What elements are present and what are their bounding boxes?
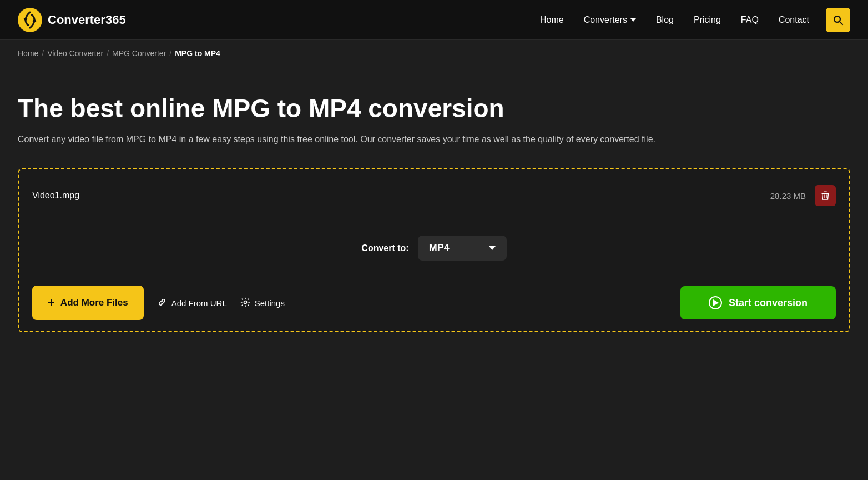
nav-contact[interactable]: Contact (771, 11, 817, 29)
file-size: 28.23 MB (770, 191, 806, 201)
add-from-url-button[interactable]: Add From URL (157, 293, 227, 313)
page-title: The best online MPG to MP4 conversion (18, 94, 850, 123)
file-name: Video1.mpg (32, 191, 79, 201)
start-conversion-label: Start conversion (729, 297, 808, 309)
trash-icon (820, 191, 830, 201)
bottom-bar: + Add More Files Add From URL (19, 274, 849, 331)
breadcrumb-current: MPG to MP4 (175, 49, 220, 58)
settings-button[interactable]: Settings (240, 293, 285, 313)
breadcrumb-mpg-converter[interactable]: MPG Converter (112, 49, 166, 58)
format-value: MP4 (429, 242, 450, 254)
nav-blog[interactable]: Blog (648, 11, 682, 29)
nav-faq[interactable]: FAQ (733, 11, 766, 29)
gear-icon (240, 297, 250, 309)
settings-label: Settings (255, 298, 285, 308)
format-select[interactable]: MP4 (418, 236, 507, 261)
logo-text: Converter365 (48, 13, 126, 27)
start-conversion-button[interactable]: Start conversion (680, 286, 836, 319)
add-more-label: Add More Files (60, 297, 128, 308)
nav-home[interactable]: Home (532, 11, 572, 29)
breadcrumb-sep-3: / (169, 49, 171, 58)
add-more-files-button[interactable]: + Add More Files (32, 286, 144, 320)
search-button[interactable] (826, 8, 850, 32)
file-list: Video1.mpg 28.23 MB (19, 169, 849, 222)
format-chevron-down-icon (489, 246, 496, 250)
svg-point-7 (244, 301, 246, 303)
convert-to-label: Convert to: (361, 243, 408, 253)
table-row: Video1.mpg 28.23 MB (32, 181, 836, 211)
breadcrumb: Home / Video Converter / MPG Converter /… (0, 40, 868, 67)
svg-line-2 (840, 21, 843, 24)
play-icon (709, 296, 722, 309)
link-icon (157, 297, 167, 309)
logo[interactable]: Converter365 (18, 8, 126, 32)
breadcrumb-video-converter[interactable]: Video Converter (47, 49, 103, 58)
nav-pricing[interactable]: Pricing (686, 11, 729, 29)
file-drop-zone: Video1.mpg 28.23 MB (18, 168, 850, 332)
plus-icon: + (48, 296, 55, 310)
search-icon (832, 14, 844, 26)
file-right: 28.23 MB (770, 185, 836, 206)
svg-rect-4 (824, 192, 827, 193)
convert-to-row: Convert to: MP4 (19, 222, 849, 274)
breadcrumb-sep-2: / (107, 49, 109, 58)
delete-file-button[interactable] (815, 185, 836, 206)
add-url-label: Add From URL (171, 298, 227, 308)
main-nav: Home Converters Blog Pricing FAQ Contact (532, 8, 850, 32)
breadcrumb-sep-1: / (42, 49, 44, 58)
nav-converters[interactable]: Converters (576, 11, 644, 29)
breadcrumb-home[interactable]: Home (18, 49, 38, 58)
page-description: Convert any video file from MPG to MP4 i… (18, 132, 739, 147)
converters-chevron-down-icon (630, 18, 636, 22)
